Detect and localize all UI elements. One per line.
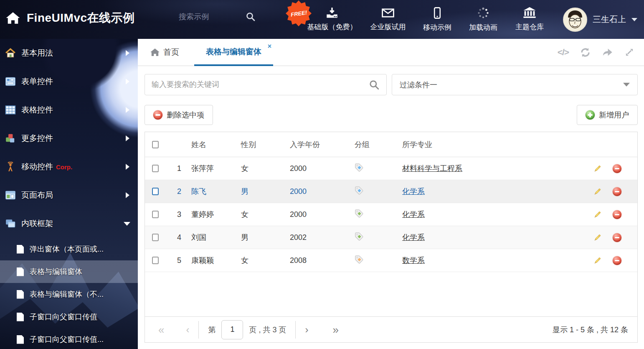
delete-row-icon[interactable] — [613, 210, 621, 219]
layout-icon — [5, 190, 16, 200]
brand[interactable]: FineUIMvc在线示例 — [6, 10, 135, 26]
fullscreen-icon[interactable] — [624, 47, 635, 58]
sidebar-item-mobile-controls[interactable]: 移动控件 Corp. — [0, 153, 138, 181]
row-checkbox[interactable] — [152, 211, 159, 218]
page-number-input[interactable] — [221, 320, 243, 339]
sidebar-subitem-popup-window[interactable]: 弹出窗体（本页面或... — [0, 238, 138, 260]
edit-icon[interactable] — [593, 256, 602, 265]
column-header-major: 所学专业 — [396, 140, 587, 150]
nav-enterprise-trial[interactable]: 企业版试用 — [363, 0, 413, 39]
open-in-new-icon[interactable] — [602, 47, 613, 58]
major-link[interactable]: 化学系 — [402, 210, 425, 219]
table-row[interactable]: 4 刘国 男 2002 化学系 — [145, 226, 637, 249]
sidebar-item-basic-usage[interactable]: 基本用法 — [0, 39, 138, 67]
sidebar-item-iframe[interactable]: 内联框架 — [0, 209, 138, 238]
delete-row-icon[interactable] — [613, 256, 621, 265]
select-all-cell — [145, 141, 166, 148]
sidebar-item-form-controls[interactable]: 表单控件 — [0, 67, 138, 96]
house-icon — [5, 48, 16, 58]
grid-toolbar: 删除选中项 新增用户 — [145, 105, 638, 125]
search-icon[interactable] — [246, 12, 256, 22]
refresh-icon[interactable] — [580, 47, 591, 58]
header-search-input[interactable] — [179, 13, 246, 21]
tag-icon — [355, 209, 364, 218]
major-link[interactable]: 材料科学与工程系 — [402, 164, 462, 173]
tag-icon — [355, 255, 364, 264]
cell-gender: 女 — [237, 255, 284, 265]
cell-name: 董婷婷 — [185, 209, 237, 219]
sidebar: 基本用法 表单控件 表格控件 更多控件 移动控件 Corp. — [0, 39, 138, 349]
first-page-button[interactable]: « — [158, 324, 164, 335]
row-number: 1 — [166, 164, 185, 173]
avatar — [563, 8, 587, 32]
table-row[interactable]: 3 董婷婷 女 2000 化学系 — [145, 203, 637, 226]
delete-row-icon[interactable] — [613, 164, 621, 173]
bank-icon — [523, 7, 536, 18]
tab-home[interactable]: 首页 — [150, 47, 179, 58]
table-row[interactable]: 2 陈飞 男 2000 化学系 — [145, 180, 637, 203]
next-page-button[interactable]: › — [305, 325, 308, 335]
cell-year: 2000 — [284, 210, 350, 219]
cell-name: 刘国 — [185, 232, 237, 242]
edit-icon[interactable] — [593, 233, 602, 242]
sidebar-item-more-controls[interactable]: 更多控件 — [0, 124, 138, 153]
table-icon — [5, 105, 16, 115]
edit-icon[interactable] — [593, 187, 602, 196]
sidebar-item-grid-controls[interactable]: 表格控件 — [0, 96, 138, 124]
last-page-button[interactable]: » — [332, 324, 338, 335]
major-link[interactable]: 化学系 — [402, 233, 425, 242]
chevron-right-icon — [126, 135, 129, 141]
keyword-search-input[interactable] — [152, 80, 369, 89]
cell-year: 2000 — [284, 187, 350, 196]
sidebar-subitem-grid-edit-window[interactable]: 表格与编辑窗体 — [0, 260, 138, 283]
form-icon — [5, 76, 16, 87]
tab-home-label: 首页 — [163, 47, 179, 58]
row-checkbox[interactable] — [152, 257, 159, 264]
table-row[interactable]: 5 康颖颖 女 2008 数学系 — [145, 249, 637, 272]
sidebar-subitem-child-to-parent-2[interactable]: 子窗口向父窗口传值... — [0, 328, 138, 349]
user-menu[interactable]: 三生石上 — [563, 0, 637, 39]
page-prefix: 第 — [208, 325, 216, 335]
grid-header-row: 姓名 性别 入学年份 分组 所学专业 — [145, 132, 637, 157]
delete-row-icon[interactable] — [613, 233, 621, 242]
sidebar-subitem-child-to-parent[interactable]: 子窗口向父窗口传值 — [0, 306, 138, 328]
divider — [295, 321, 296, 339]
add-user-button[interactable]: 新增用户 — [577, 105, 638, 125]
row-checkbox[interactable] — [152, 188, 159, 195]
nav-basic-edition[interactable]: 基础版（免费） — [303, 0, 361, 39]
grid-empty-space — [145, 272, 637, 316]
sidebar-item-label: 移动控件 — [21, 161, 53, 172]
file-icon — [17, 267, 24, 276]
search-icon[interactable] — [369, 79, 380, 90]
sidebar-subitem-grid-edit-window-2[interactable]: 表格与编辑窗体（不... — [0, 283, 138, 306]
nav-mobile-demo[interactable]: 移动示例 — [415, 0, 460, 39]
pagination-bar: « ‹ 第 页 , 共 3 页 › » 显示 1 - 5 条 , 共 12 条 — [145, 316, 637, 342]
nav-label: 移动示例 — [423, 23, 451, 32]
column-header-name: 姓名 — [185, 140, 237, 150]
tab-grid-edit-window[interactable]: 表格与编辑窗体 × — [194, 39, 273, 66]
delete-selected-button[interactable]: 删除选中项 — [145, 105, 213, 125]
edit-icon[interactable] — [593, 164, 602, 173]
row-checkbox[interactable] — [152, 165, 159, 172]
cubes-icon — [5, 133, 16, 143]
cell-gender: 男 — [237, 232, 284, 242]
nav-loading-animation[interactable]: 加载动画 — [461, 0, 505, 39]
row-number: 4 — [166, 233, 185, 242]
close-icon[interactable]: × — [268, 43, 271, 50]
select-all-checkbox[interactable] — [152, 141, 159, 148]
table-row[interactable]: 1 张萍萍 女 2000 材料科学与工程系 — [145, 157, 637, 180]
cell-name: 陈飞 — [185, 186, 237, 196]
app-title: FineUIMvc在线示例 — [27, 10, 135, 26]
delete-row-icon[interactable] — [613, 187, 621, 196]
edit-icon[interactable] — [593, 210, 602, 219]
cell-group — [350, 209, 396, 220]
major-link[interactable]: 数学系 — [402, 256, 425, 265]
sidebar-item-label: 表单控件 — [21, 76, 53, 87]
filter-dropdown[interactable]: 过滤条件一 — [392, 74, 638, 95]
major-link[interactable]: 化学系 — [402, 187, 425, 196]
sidebar-item-page-layout[interactable]: 页面布局 — [0, 181, 138, 209]
row-checkbox[interactable] — [152, 234, 159, 241]
view-source-icon[interactable]: </> — [558, 47, 569, 57]
nav-theme-store[interactable]: 主题仓库 — [507, 0, 553, 39]
prev-page-button[interactable]: ‹ — [186, 325, 189, 335]
